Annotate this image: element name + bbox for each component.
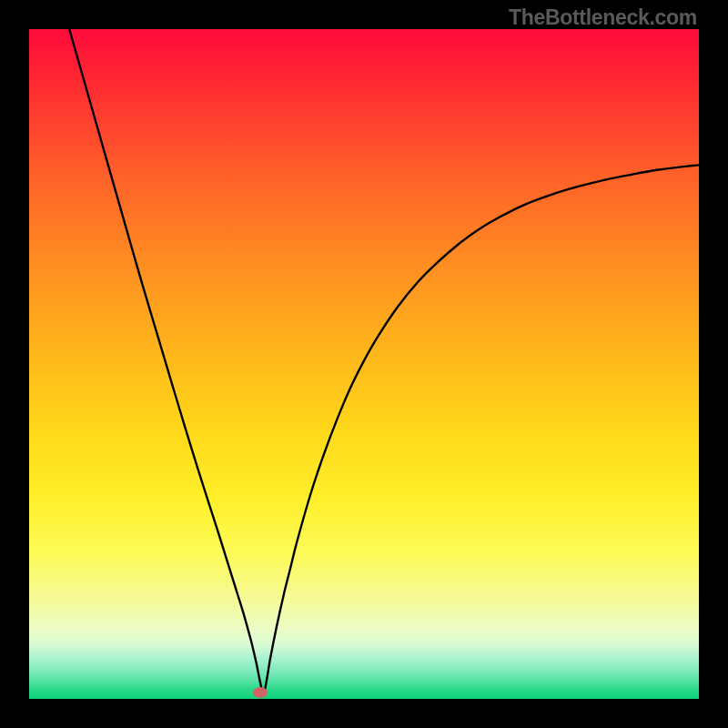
plot-area bbox=[29, 29, 699, 699]
chart-frame: TheBottleneck.com bbox=[0, 0, 728, 728]
optimum-marker bbox=[253, 687, 268, 698]
watermark-text: TheBottleneck.com bbox=[509, 5, 697, 30]
curve-svg bbox=[29, 29, 699, 699]
bottleneck-curve bbox=[69, 29, 699, 693]
